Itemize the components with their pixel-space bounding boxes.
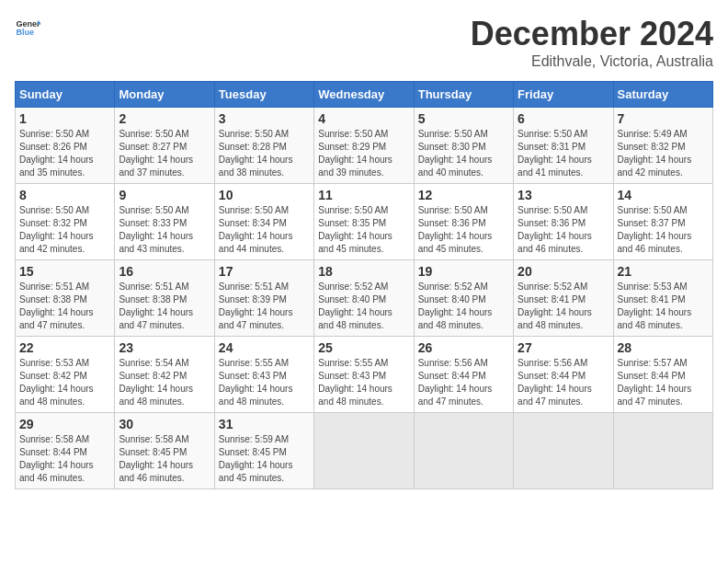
dow-friday: Friday — [514, 82, 613, 108]
day-number: 23 — [119, 340, 210, 355]
dow-saturday: Saturday — [613, 82, 712, 108]
day-cell: 11Sunrise: 5:50 AM Sunset: 8:35 PM Dayli… — [314, 184, 414, 260]
day-cell: 10Sunrise: 5:50 AM Sunset: 8:34 PM Dayli… — [214, 184, 313, 260]
day-cell: 6Sunrise: 5:50 AM Sunset: 8:31 PM Daylig… — [514, 108, 613, 184]
day-number: 8 — [19, 188, 110, 202]
days-of-week-header: SundayMondayTuesdayWednesdayThursdayFrid… — [16, 82, 713, 108]
day-cell: 12Sunrise: 5:50 AM Sunset: 8:36 PM Dayli… — [414, 184, 513, 260]
day-number: 30 — [119, 417, 210, 431]
day-detail: Sunrise: 5:50 AM Sunset: 8:30 PM Dayligh… — [418, 128, 509, 179]
day-detail: Sunrise: 5:54 AM Sunset: 8:42 PM Dayligh… — [119, 357, 210, 408]
day-cell: 3Sunrise: 5:50 AM Sunset: 8:28 PM Daylig… — [214, 108, 313, 184]
day-cell: 31Sunrise: 5:59 AM Sunset: 8:45 PM Dayli… — [214, 413, 313, 489]
day-cell: 28Sunrise: 5:57 AM Sunset: 8:44 PM Dayli… — [613, 337, 712, 413]
day-number: 7 — [618, 111, 709, 126]
week-row-3: 15Sunrise: 5:51 AM Sunset: 8:38 PM Dayli… — [16, 260, 713, 337]
day-cell: 27Sunrise: 5:56 AM Sunset: 8:44 PM Dayli… — [514, 337, 613, 413]
dow-monday: Monday — [115, 82, 214, 108]
day-cell: 24Sunrise: 5:55 AM Sunset: 8:43 PM Dayli… — [214, 337, 313, 413]
day-detail: Sunrise: 5:49 AM Sunset: 8:32 PM Dayligh… — [618, 128, 709, 179]
day-detail: Sunrise: 5:58 AM Sunset: 8:45 PM Dayligh… — [119, 433, 210, 485]
day-cell: 22Sunrise: 5:53 AM Sunset: 8:42 PM Dayli… — [16, 337, 115, 413]
calendar-body: 1Sunrise: 5:50 AM Sunset: 8:26 PM Daylig… — [16, 108, 713, 489]
week-row-1: 1Sunrise: 5:50 AM Sunset: 8:26 PM Daylig… — [16, 108, 713, 184]
svg-text:General: General — [16, 19, 40, 29]
logo: General Blue — [15, 15, 40, 40]
day-cell: 2Sunrise: 5:50 AM Sunset: 8:27 PM Daylig… — [115, 108, 214, 184]
day-cell: 29Sunrise: 5:58 AM Sunset: 8:44 PM Dayli… — [16, 413, 115, 489]
day-number: 9 — [119, 188, 210, 202]
day-number: 21 — [618, 264, 709, 279]
day-cell — [314, 413, 414, 489]
day-number: 1 — [19, 111, 110, 126]
day-cell: 15Sunrise: 5:51 AM Sunset: 8:38 PM Dayli… — [16, 260, 115, 337]
day-detail: Sunrise: 5:52 AM Sunset: 8:40 PM Dayligh… — [418, 281, 509, 332]
day-number: 19 — [418, 264, 509, 279]
svg-text:Blue: Blue — [16, 28, 34, 37]
day-number: 6 — [518, 111, 609, 126]
day-number: 12 — [418, 188, 509, 202]
day-cell — [414, 413, 513, 489]
day-number: 22 — [19, 340, 110, 355]
day-number: 28 — [618, 340, 709, 355]
day-cell: 25Sunrise: 5:55 AM Sunset: 8:43 PM Dayli… — [314, 337, 414, 413]
day-cell: 4Sunrise: 5:50 AM Sunset: 8:29 PM Daylig… — [314, 108, 414, 184]
dow-tuesday: Tuesday — [214, 82, 313, 108]
day-number: 27 — [518, 340, 609, 355]
day-number: 15 — [19, 264, 110, 279]
day-cell: 8Sunrise: 5:50 AM Sunset: 8:32 PM Daylig… — [16, 184, 115, 260]
day-detail: Sunrise: 5:57 AM Sunset: 8:44 PM Dayligh… — [618, 357, 709, 408]
logo-icon: General Blue — [15, 15, 40, 40]
day-detail: Sunrise: 5:50 AM Sunset: 8:26 PM Dayligh… — [19, 128, 110, 179]
dow-sunday: Sunday — [16, 82, 115, 108]
day-cell: 21Sunrise: 5:53 AM Sunset: 8:41 PM Dayli… — [613, 260, 712, 337]
day-cell: 5Sunrise: 5:50 AM Sunset: 8:30 PM Daylig… — [414, 108, 513, 184]
day-number: 16 — [119, 264, 210, 279]
day-cell: 26Sunrise: 5:56 AM Sunset: 8:44 PM Dayli… — [414, 337, 513, 413]
day-detail: Sunrise: 5:51 AM Sunset: 8:38 PM Dayligh… — [119, 281, 210, 332]
week-row-5: 29Sunrise: 5:58 AM Sunset: 8:44 PM Dayli… — [16, 413, 713, 489]
day-detail: Sunrise: 5:51 AM Sunset: 8:38 PM Dayligh… — [19, 281, 110, 332]
day-detail: Sunrise: 5:50 AM Sunset: 8:36 PM Dayligh… — [518, 204, 609, 256]
day-detail: Sunrise: 5:56 AM Sunset: 8:44 PM Dayligh… — [418, 357, 509, 408]
day-detail: Sunrise: 5:50 AM Sunset: 8:35 PM Dayligh… — [318, 204, 409, 256]
calendar-table: SundayMondayTuesdayWednesdayThursdayFrid… — [15, 81, 713, 489]
day-detail: Sunrise: 5:50 AM Sunset: 8:29 PM Dayligh… — [318, 128, 409, 179]
subtitle: Edithvale, Victoria, Australia — [471, 53, 713, 70]
day-cell: 20Sunrise: 5:52 AM Sunset: 8:41 PM Dayli… — [514, 260, 613, 337]
header: General Blue December 2024 Edithvale, Vi… — [15, 15, 713, 70]
day-cell: 19Sunrise: 5:52 AM Sunset: 8:40 PM Dayli… — [414, 260, 513, 337]
day-detail: Sunrise: 5:53 AM Sunset: 8:42 PM Dayligh… — [19, 357, 110, 408]
day-detail: Sunrise: 5:53 AM Sunset: 8:41 PM Dayligh… — [618, 281, 709, 332]
day-cell: 1Sunrise: 5:50 AM Sunset: 8:26 PM Daylig… — [16, 108, 115, 184]
day-cell: 14Sunrise: 5:50 AM Sunset: 8:37 PM Dayli… — [613, 184, 712, 260]
day-detail: Sunrise: 5:52 AM Sunset: 8:40 PM Dayligh… — [318, 281, 409, 332]
day-detail: Sunrise: 5:50 AM Sunset: 8:32 PM Dayligh… — [19, 204, 110, 256]
day-detail: Sunrise: 5:50 AM Sunset: 8:33 PM Dayligh… — [119, 204, 210, 256]
day-detail: Sunrise: 5:56 AM Sunset: 8:44 PM Dayligh… — [518, 357, 609, 408]
day-detail: Sunrise: 5:58 AM Sunset: 8:44 PM Dayligh… — [19, 433, 110, 485]
day-detail: Sunrise: 5:50 AM Sunset: 8:31 PM Dayligh… — [518, 128, 609, 179]
day-number: 18 — [318, 264, 409, 279]
day-cell: 30Sunrise: 5:58 AM Sunset: 8:45 PM Dayli… — [115, 413, 214, 489]
day-number: 29 — [19, 417, 110, 431]
day-number: 3 — [219, 111, 310, 126]
day-detail: Sunrise: 5:51 AM Sunset: 8:39 PM Dayligh… — [219, 281, 310, 332]
day-number: 17 — [219, 264, 310, 279]
day-cell: 16Sunrise: 5:51 AM Sunset: 8:38 PM Dayli… — [115, 260, 214, 337]
day-detail: Sunrise: 5:50 AM Sunset: 8:28 PM Dayligh… — [219, 128, 310, 179]
day-number: 11 — [318, 188, 409, 202]
day-number: 14 — [618, 188, 709, 202]
dow-thursday: Thursday — [414, 82, 513, 108]
day-number: 24 — [219, 340, 310, 355]
day-number: 13 — [518, 188, 609, 202]
day-number: 4 — [318, 111, 409, 126]
day-cell: 7Sunrise: 5:49 AM Sunset: 8:32 PM Daylig… — [613, 108, 712, 184]
week-row-2: 8Sunrise: 5:50 AM Sunset: 8:32 PM Daylig… — [16, 184, 713, 260]
day-cell: 23Sunrise: 5:54 AM Sunset: 8:42 PM Dayli… — [115, 337, 214, 413]
day-number: 5 — [418, 111, 509, 126]
day-number: 20 — [518, 264, 609, 279]
day-detail: Sunrise: 5:52 AM Sunset: 8:41 PM Dayligh… — [518, 281, 609, 332]
day-number: 26 — [418, 340, 509, 355]
day-cell — [514, 413, 613, 489]
